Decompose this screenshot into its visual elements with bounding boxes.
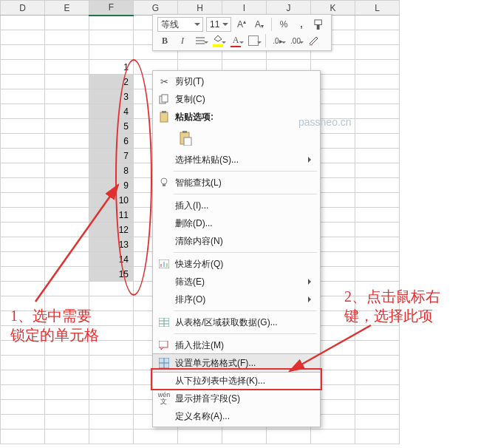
cell[interactable] <box>45 149 89 163</box>
cell[interactable] <box>45 385 89 400</box>
menu-insert[interactable]: 插入(I)... <box>153 197 320 214</box>
cell[interactable] <box>45 104 89 119</box>
menu-insert-comment[interactable]: 插入批注(M) <box>153 336 320 354</box>
cell[interactable] <box>45 75 89 89</box>
format-painter-icon[interactable] <box>312 17 327 32</box>
cell[interactable] <box>1 45 45 60</box>
cell[interactable] <box>1 282 45 296</box>
cell[interactable] <box>45 119 89 134</box>
cell[interactable]: 9 <box>89 178 134 193</box>
fill-color-icon[interactable] <box>211 33 225 48</box>
cell[interactable] <box>355 178 400 193</box>
cell[interactable] <box>89 30 134 45</box>
font-color-icon[interactable]: A <box>228 33 243 48</box>
cell[interactable] <box>45 16 89 30</box>
cell[interactable] <box>45 223 89 237</box>
cell[interactable] <box>45 400 89 415</box>
cell[interactable]: 15 <box>89 267 134 282</box>
cell[interactable] <box>1 104 45 119</box>
menu-filter[interactable]: 筛选(E) <box>153 273 320 291</box>
cell[interactable] <box>1 178 45 193</box>
cell[interactable] <box>45 252 89 267</box>
cell[interactable] <box>1 208 45 223</box>
cell[interactable] <box>89 370 134 385</box>
cell[interactable] <box>1 370 45 385</box>
cell[interactable] <box>355 311 400 326</box>
cell[interactable] <box>45 370 89 385</box>
cell[interactable] <box>355 326 400 341</box>
comma-style-icon[interactable]: , <box>294 17 309 32</box>
column-header[interactable]: K <box>311 1 355 16</box>
cell[interactable] <box>311 430 355 444</box>
menu-copy[interactable]: 复制(C) <box>153 90 320 108</box>
cell[interactable]: 7 <box>89 149 134 163</box>
cell[interactable] <box>178 430 222 444</box>
cell[interactable] <box>355 149 400 163</box>
cell[interactable] <box>89 296 134 311</box>
cell[interactable] <box>1 193 45 208</box>
cell[interactable] <box>45 45 89 60</box>
cell[interactable] <box>355 400 400 415</box>
cell[interactable] <box>1 149 45 163</box>
percent-icon[interactable]: % <box>276 17 291 32</box>
cell[interactable] <box>89 356 134 370</box>
italic-icon[interactable]: I <box>175 33 190 48</box>
cell[interactable] <box>89 385 134 400</box>
align-icon[interactable] <box>193 33 208 48</box>
cell[interactable] <box>355 45 400 60</box>
cell[interactable] <box>89 400 134 415</box>
cell[interactable] <box>355 163 400 178</box>
cell[interactable] <box>355 252 400 267</box>
increase-font-icon[interactable]: A▴ <box>234 17 249 32</box>
cell[interactable] <box>89 45 134 60</box>
cell[interactable] <box>1 134 45 149</box>
cell[interactable] <box>1 60 45 75</box>
decrease-font-icon[interactable]: A▾ <box>252 17 267 32</box>
cell[interactable] <box>45 296 89 311</box>
cell[interactable] <box>1 311 45 326</box>
cell[interactable] <box>355 430 400 444</box>
cell[interactable]: 1 <box>89 60 134 75</box>
cell[interactable]: 4 <box>89 104 134 119</box>
cell[interactable] <box>355 341 400 356</box>
cell[interactable] <box>1 385 45 400</box>
cell[interactable] <box>355 208 400 223</box>
cell[interactable] <box>1 415 45 430</box>
menu-quick-analysis[interactable]: 快速分析(Q) <box>153 255 320 273</box>
cell[interactable] <box>355 30 400 45</box>
decimal-decrease-icon[interactable]: .00 <box>288 33 303 48</box>
cell[interactable] <box>355 193 400 208</box>
cell[interactable] <box>45 208 89 223</box>
menu-pick-from-list[interactable]: 从下拉列表中选择(K)... <box>153 372 320 390</box>
cell[interactable]: 6 <box>89 134 134 149</box>
cell[interactable]: 10 <box>89 193 134 208</box>
cell[interactable] <box>1 341 45 356</box>
cell[interactable] <box>355 237 400 252</box>
cell[interactable] <box>1 223 45 237</box>
cell[interactable]: 5 <box>89 119 134 134</box>
cell[interactable] <box>1 326 45 341</box>
cell[interactable]: 14 <box>89 252 134 267</box>
cell[interactable] <box>89 311 134 326</box>
cell[interactable] <box>355 16 400 30</box>
cell[interactable] <box>1 30 45 45</box>
cell[interactable]: 2 <box>89 75 134 89</box>
cell[interactable] <box>355 60 400 75</box>
cell[interactable] <box>1 119 45 134</box>
cell[interactable] <box>222 430 267 444</box>
cell[interactable] <box>355 75 400 89</box>
cell[interactable] <box>355 356 400 370</box>
cell[interactable] <box>45 341 89 356</box>
cell[interactable] <box>1 400 45 415</box>
menu-define-name[interactable]: 定义名称(A)... <box>153 407 320 425</box>
menu-show-pinyin[interactable]: wén文 显示拼音字段(S) <box>153 390 320 407</box>
column-header[interactable]: I <box>222 1 267 16</box>
cell[interactable] <box>45 30 89 45</box>
cell[interactable] <box>355 89 400 104</box>
cell[interactable]: 3 <box>89 89 134 104</box>
cell[interactable] <box>355 267 400 282</box>
cell[interactable] <box>1 16 45 30</box>
border-icon[interactable] <box>246 33 261 48</box>
cell[interactable] <box>1 267 45 282</box>
cell[interactable] <box>45 282 89 296</box>
